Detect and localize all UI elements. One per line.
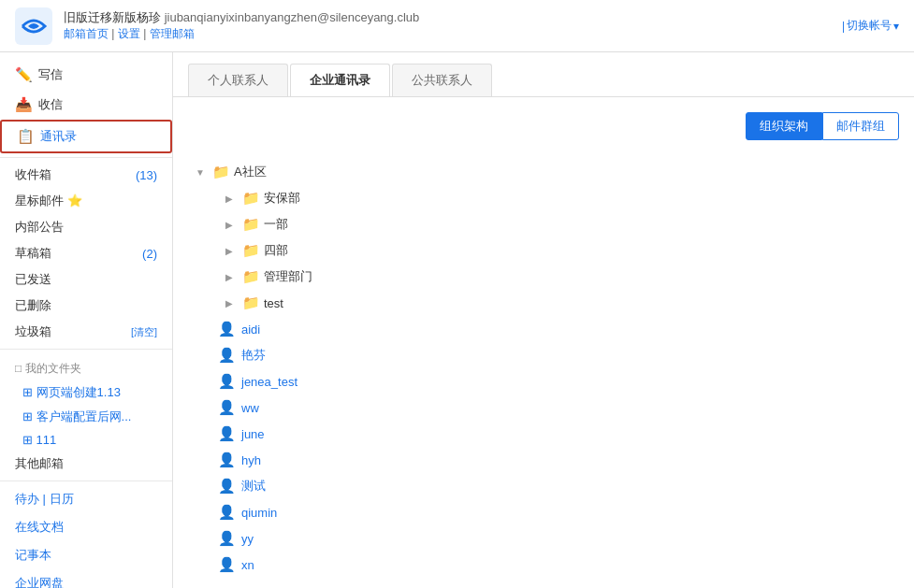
tree-row-mgmt[interactable]: ▶ 📁 管理部门 <box>218 264 899 290</box>
tree-row-root[interactable]: ▼ 📁 A社区 <box>188 159 899 185</box>
header-info: 旧版迁移新版杨珍 jiubanqianyixinbanyangzhen@sile… <box>64 9 842 42</box>
contact-label-ww: ww <box>241 401 259 415</box>
header-nav: 邮箱首页 | 设置 | 管理邮箱 <box>64 26 842 42</box>
folder-test-icon: 📁 <box>242 294 260 311</box>
tab-personal-contacts[interactable]: 个人联系人 <box>188 64 288 96</box>
org-tree: ▼ 📁 A社区 ▶ 📁 安保部 ▶ 📁 <box>188 155 899 581</box>
chevron-dept4-icon: ▶ <box>225 246 239 256</box>
tree-root-label: A社区 <box>234 164 267 180</box>
tabs-bar: 个人联系人 企业通讯录 公共联系人 <box>173 52 914 97</box>
link-drive[interactable]: 企业网盘 <box>0 569 172 588</box>
contact-hyh[interactable]: 👤 hyh <box>188 447 899 473</box>
link-notes[interactable]: 记事本 <box>0 541 172 569</box>
contact-label-yy: yy <box>241 532 254 546</box>
tree-row-test[interactable]: ▶ 📁 test <box>218 290 899 316</box>
folder-security-icon: 📁 <box>242 190 260 207</box>
contact-aidi[interactable]: 👤 aidi <box>188 316 899 342</box>
contact-jenea[interactable]: 👤 jenea_test <box>188 368 899 394</box>
contact-label-hyh: hyh <box>241 453 261 467</box>
my-folder-item-2[interactable]: ⊞ 客户端配置后网... <box>0 405 172 429</box>
contact-icon-aidi: 👤 <box>218 321 236 337</box>
contact-label-jenea: jenea_test <box>241 375 297 389</box>
switch-account[interactable]: | 切换帐号 ▾ <box>842 18 899 34</box>
divider-1 <box>0 157 172 158</box>
compose-icon: ✏️ <box>15 66 33 83</box>
tree-node-root: ▼ 📁 A社区 ▶ 📁 安保部 ▶ 📁 <box>188 159 899 316</box>
folder-draft[interactable]: 草稿箱 (2) <box>0 240 172 266</box>
chevron-test-icon: ▶ <box>225 298 239 308</box>
my-folder-item-3[interactable]: ⊞ 111 <box>0 429 172 451</box>
folder-dept4-icon: 📁 <box>242 242 260 259</box>
contact-xn[interactable]: 👤 xn <box>188 552 899 578</box>
contact-ww[interactable]: 👤 ww <box>188 394 899 421</box>
tab-public-contacts[interactable]: 公共联系人 <box>392 64 492 96</box>
contact-yy[interactable]: 👤 yy <box>188 525 899 552</box>
nav-settings[interactable]: 设置 <box>118 27 140 40</box>
contact-icon-xn: 👤 <box>218 556 236 573</box>
contact-yanfen[interactable]: 👤 艳芬 <box>188 342 899 368</box>
contact-icon-yanfen: 👤 <box>218 347 236 364</box>
tree-label-dept1: 一部 <box>264 216 288 233</box>
folder-dept1-icon: 📁 <box>242 216 260 233</box>
view-toggle: 组织架构 邮件群组 <box>188 112 899 140</box>
contacts-label: 通讯录 <box>40 128 77 145</box>
link-docs[interactable]: 在线文档 <box>0 513 172 541</box>
divider-2 <box>0 349 172 350</box>
contact-icon-jenea: 👤 <box>218 373 236 390</box>
folder-deleted[interactable]: 已删除 <box>0 293 172 319</box>
folder-spam[interactable]: 垃圾箱 [清空] <box>0 319 172 345</box>
org-structure-button[interactable]: 组织架构 <box>746 112 822 140</box>
contact-label-yanfen: 艳芬 <box>241 347 266 364</box>
email-display: jiubanqianyixinbanyangzhen@silenceyang.c… <box>165 10 420 24</box>
tree-label-mgmt: 管理部门 <box>264 268 312 285</box>
receive-icon: 📥 <box>15 96 33 113</box>
contact-icon-june: 👤 <box>218 425 236 442</box>
divider-3 <box>0 480 172 481</box>
contact-label-qiumin: qiumin <box>241 506 277 520</box>
compose-label: 写信 <box>38 66 63 83</box>
tree-row-dept1[interactable]: ▶ 📁 一部 <box>218 211 899 237</box>
contact-june[interactable]: 👤 june <box>188 421 899 447</box>
nav-inbox[interactable]: 邮箱首页 <box>64 27 109 40</box>
tab-enterprise-contacts[interactable]: 企业通讯录 <box>290 64 390 96</box>
sidebar: ✏️ 写信 📥 收信 📋 通讯录 收件箱 (13) 星标邮件 ⭐ 内部公告 草稿… <box>0 52 173 588</box>
migration-text: 旧版迁移新版杨珍 <box>64 10 161 24</box>
contact-icon-qiumin: 👤 <box>218 504 236 521</box>
folder-root-icon: 📁 <box>212 164 230 180</box>
nav-manage[interactable]: 管理邮箱 <box>150 27 195 40</box>
main-layout: ✏️ 写信 📥 收信 📋 通讯录 收件箱 (13) 星标邮件 ⭐ 内部公告 草稿… <box>0 52 914 588</box>
compose-button[interactable]: ✏️ 写信 <box>0 60 172 90</box>
contact-label-test: 测试 <box>241 478 266 495</box>
tree-row-dept4[interactable]: ▶ 📁 四部 <box>218 237 899 264</box>
mail-group-button[interactable]: 邮件群组 <box>822 112 899 140</box>
contact-label-june: june <box>241 427 265 441</box>
contacts-button[interactable]: 📋 通讯录 <box>0 120 172 153</box>
tree-label-security: 安保部 <box>264 190 300 207</box>
tree-row-security[interactable]: ▶ 📁 安保部 <box>218 185 899 211</box>
chevron-mgmt-icon: ▶ <box>225 272 239 282</box>
other-mailbox[interactable]: 其他邮箱 <box>0 451 172 477</box>
tree-label-dept4: 四部 <box>264 242 288 259</box>
folder-inbox[interactable]: 收件箱 (13) <box>0 162 172 188</box>
my-folders-title: □ 我的文件夹 <box>0 353 172 380</box>
contact-label-xn: xn <box>241 558 254 572</box>
contact-test[interactable]: 👤 测试 <box>188 473 899 499</box>
folder-starred[interactable]: 星标邮件 ⭐ <box>0 188 172 214</box>
header-title: 旧版迁移新版杨珍 jiubanqianyixinbanyangzhen@sile… <box>64 9 842 26</box>
link-todo[interactable]: 待办 | 日历 <box>0 485 172 513</box>
tree-label-test: test <box>264 296 283 310</box>
receive-label: 收信 <box>38 96 63 113</box>
my-folder-item-1[interactable]: ⊞ 网页端创建1.13 <box>0 380 172 405</box>
contact-icon-yy: 👤 <box>218 530 236 547</box>
folder-bulletin[interactable]: 内部公告 <box>0 214 172 240</box>
content-area: 个人联系人 企业通讯录 公共联系人 组织架构 邮件群组 ▼ 📁 A社区 <box>173 52 914 588</box>
inner-content: 组织架构 邮件群组 ▼ 📁 A社区 ▶ 📁 <box>173 97 914 588</box>
logo <box>15 7 52 45</box>
folder-sent[interactable]: 已发送 <box>0 266 172 293</box>
chevron-root-icon: ▼ <box>196 167 209 178</box>
contact-icon-hyh: 👤 <box>218 452 236 468</box>
receive-button[interactable]: 📥 收信 <box>0 90 172 120</box>
contact-label-aidi: aidi <box>241 323 260 337</box>
contact-qiumin[interactable]: 👤 qiumin <box>188 499 899 525</box>
header: 旧版迁移新版杨珍 jiubanqianyixinbanyangzhen@sile… <box>0 0 914 52</box>
